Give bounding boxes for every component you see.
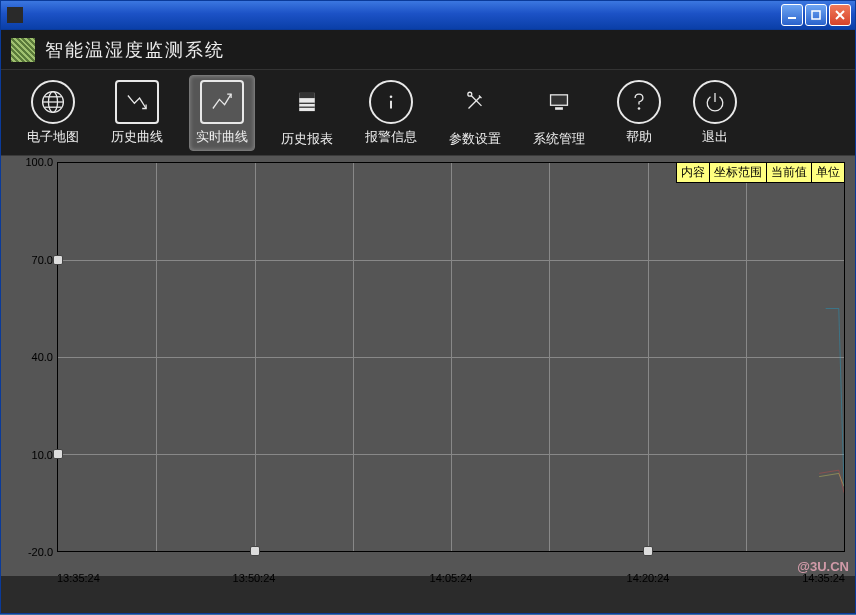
- maximize-button[interactable]: [805, 4, 827, 26]
- series-channel-3: [819, 473, 844, 486]
- chart-lines: [58, 163, 844, 551]
- info-icon: [369, 80, 413, 124]
- toolbar-item-label: 系统管理: [533, 130, 585, 148]
- realtime-chart: 内容坐标范围当前值单位 -20.010.040.070.0100.0 13:35…: [1, 156, 855, 576]
- app-header: 智能温湿度监测系统: [1, 30, 855, 70]
- x-tick-label: 14:05:24: [430, 572, 473, 584]
- y-tick-label: 40.0: [32, 351, 53, 363]
- toolbar-exit-button[interactable]: 退出: [687, 76, 743, 150]
- svg-rect-20: [551, 95, 567, 104]
- close-button[interactable]: [829, 4, 851, 26]
- x-tick-label: 13:50:24: [233, 572, 276, 584]
- y-axis: -20.010.040.070.0100.0: [1, 162, 57, 552]
- report-icon: [283, 78, 331, 126]
- toolbar-item-label: 历史曲线: [111, 128, 163, 146]
- toolbar-item-label: 参数设置: [449, 130, 501, 148]
- app-frame: 智能温湿度监测系统 电子地图历史曲线实时曲线历史报表报警信息参数设置系统管理帮助…: [0, 30, 856, 614]
- toolbar-params-button[interactable]: 参数设置: [443, 74, 507, 152]
- app-logo-icon: [11, 38, 35, 62]
- toolbar-item-label: 实时曲线: [196, 128, 248, 146]
- svg-rect-1: [812, 11, 820, 19]
- series-channel-2: [819, 470, 844, 493]
- trend-up-icon: [200, 80, 244, 124]
- x-tick-label: 14:20:24: [627, 572, 670, 584]
- legend-header-cell: 当前值: [766, 163, 811, 182]
- minimize-button[interactable]: [781, 4, 803, 26]
- chart-plot[interactable]: [57, 162, 845, 552]
- legend-header-cell: 单位: [811, 163, 844, 182]
- toolbar-item-label: 历史报表: [281, 130, 333, 148]
- question-icon: [617, 80, 661, 124]
- svg-point-18: [468, 92, 472, 96]
- trend-dn-icon: [115, 80, 159, 124]
- series-channel-1: [826, 309, 844, 487]
- monitor-icon: [535, 78, 583, 126]
- svg-point-13: [390, 95, 393, 98]
- toolbar-help-button[interactable]: 帮助: [611, 76, 667, 150]
- x-tick-label: 14:35:24: [802, 572, 845, 584]
- toolbar-alarm-button[interactable]: 报警信息: [359, 76, 423, 150]
- app-title: 智能温湿度监测系统: [45, 38, 225, 62]
- x-tick-label: 13:35:24: [57, 572, 100, 584]
- y-tick-label: -20.0: [28, 546, 53, 558]
- tools-icon: [451, 78, 499, 126]
- window-icon: [7, 7, 23, 23]
- toolbar-item-label: 退出: [702, 128, 728, 146]
- globe-icon: [31, 80, 75, 124]
- toolbar-system-button[interactable]: 系统管理: [527, 74, 591, 152]
- toolbar-item-label: 报警信息: [365, 128, 417, 146]
- y-tick-label: 10.0: [32, 449, 53, 461]
- svg-rect-10: [299, 92, 315, 97]
- toolbar-realtime-button[interactable]: 实时曲线: [189, 75, 255, 151]
- toolbar-item-label: 电子地图: [27, 128, 79, 146]
- main-toolbar: 电子地图历史曲线实时曲线历史报表报警信息参数设置系统管理帮助退出: [1, 70, 855, 156]
- y-tick-label: 70.0: [32, 254, 53, 266]
- toolbar-item-label: 帮助: [626, 128, 652, 146]
- svg-point-22: [638, 107, 641, 110]
- y-tick-label: 100.0: [25, 156, 53, 168]
- svg-rect-21: [555, 107, 563, 110]
- window-controls: [781, 4, 851, 26]
- toolbar-history-button[interactable]: 历史曲线: [105, 76, 169, 150]
- chart-legend: 内容坐标范围当前值单位: [676, 162, 845, 183]
- power-icon: [693, 80, 737, 124]
- legend-header-cell: 坐标范围: [709, 163, 766, 182]
- legend-header-cell: 内容: [677, 163, 709, 182]
- window-titlebar: [0, 0, 856, 30]
- toolbar-report-button[interactable]: 历史报表: [275, 74, 339, 152]
- toolbar-map-button[interactable]: 电子地图: [21, 76, 85, 150]
